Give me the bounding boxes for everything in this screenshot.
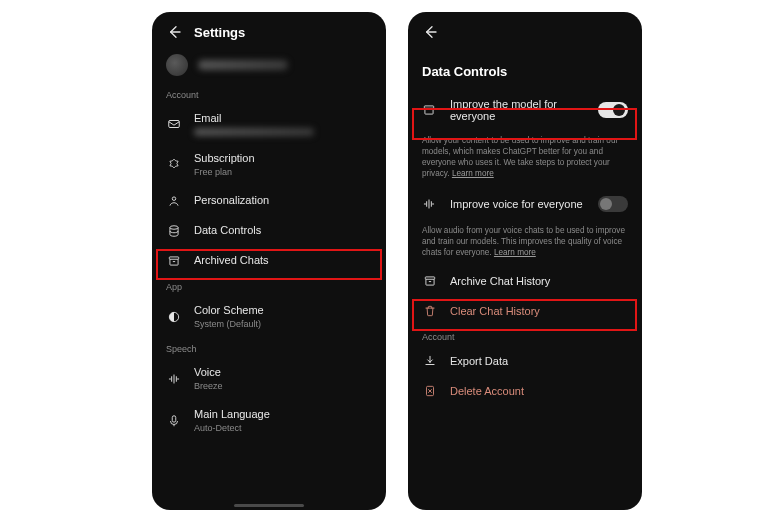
row-label: Export Data <box>450 355 628 369</box>
row-improve-model[interactable]: Improve the model for everyone <box>408 89 642 131</box>
archive-icon <box>422 274 438 288</box>
row-label: Voice <box>194 366 372 380</box>
row-label: Archived Chats <box>194 254 372 268</box>
svg-rect-5 <box>172 416 176 422</box>
mic-icon <box>166 414 182 428</box>
personalization-icon <box>166 194 182 208</box>
row-sublabel: System (Default) <box>194 319 372 330</box>
archive-icon <box>166 254 182 268</box>
row-label: Clear Chat History <box>450 305 628 319</box>
page-title: Data Controls <box>408 50 642 89</box>
svg-rect-6 <box>424 106 433 108</box>
svg-rect-3 <box>169 257 178 259</box>
row-email[interactable]: Email <box>152 104 386 144</box>
email-redacted <box>194 128 314 136</box>
improve-voice-toggle[interactable] <box>598 196 628 212</box>
row-archived-chats[interactable]: Archived Chats <box>152 246 386 276</box>
svg-rect-7 <box>425 277 434 279</box>
delete-account-icon <box>422 384 438 398</box>
mail-icon <box>166 117 182 131</box>
row-export-data[interactable]: Export Data <box>408 346 642 376</box>
topbar <box>408 12 642 50</box>
row-label: Subscription <box>194 152 372 166</box>
svg-point-2 <box>170 226 178 230</box>
section-label-app: App <box>152 276 386 296</box>
badge-icon <box>166 158 182 172</box>
sound-wave-icon <box>166 372 182 386</box>
row-label: Email <box>194 112 372 126</box>
row-label: Color Scheme <box>194 304 372 318</box>
theme-icon <box>166 310 182 324</box>
row-subscription[interactable]: Subscription Free plan <box>152 144 386 186</box>
row-label: Main Language <box>194 408 372 422</box>
learn-more-link[interactable]: Learn more <box>452 169 494 178</box>
row-clear-history[interactable]: Clear Chat History <box>408 296 642 326</box>
improve-model-helper: Allow your content to be used to improve… <box>408 131 642 187</box>
section-label-account: Account <box>408 326 642 346</box>
topbar: Settings <box>152 12 386 50</box>
row-main-language[interactable]: Main Language Auto-Detect <box>152 400 386 442</box>
database-icon <box>422 103 438 117</box>
row-label: Personalization <box>194 194 372 208</box>
download-icon <box>422 354 438 368</box>
row-voice[interactable]: Voice Breeze <box>152 358 386 400</box>
settings-screen: Settings Account Email Subscription Free… <box>152 12 386 510</box>
svg-point-1 <box>172 197 176 201</box>
row-improve-voice[interactable]: Improve voice for everyone <box>408 187 642 221</box>
row-color-scheme[interactable]: Color Scheme System (Default) <box>152 296 386 338</box>
learn-more-link[interactable]: Learn more <box>494 248 536 257</box>
row-sublabel: Breeze <box>194 381 372 392</box>
row-data-controls[interactable]: Data Controls <box>152 216 386 246</box>
svg-rect-0 <box>169 120 180 127</box>
improve-model-toggle[interactable] <box>598 102 628 118</box>
profile-name-redacted <box>198 60 288 70</box>
sound-wave-icon <box>422 197 438 211</box>
page-title: Settings <box>194 25 245 40</box>
row-archive-history[interactable]: Archive Chat History <box>408 266 642 296</box>
section-label-speech: Speech <box>152 338 386 358</box>
row-delete-account[interactable]: Delete Account <box>408 376 642 406</box>
database-icon <box>166 224 182 238</box>
row-personalization[interactable]: Personalization <box>152 186 386 216</box>
home-indicator <box>234 504 304 507</box>
toggle-label: Improve the model for everyone <box>450 98 586 122</box>
row-label: Delete Account <box>450 385 628 399</box>
toggle-label: Improve voice for everyone <box>450 198 586 210</box>
back-arrow-icon[interactable] <box>422 24 438 40</box>
row-label: Archive Chat History <box>450 275 628 289</box>
back-arrow-icon[interactable] <box>166 24 182 40</box>
trash-icon <box>422 304 438 318</box>
section-label-account: Account <box>152 84 386 104</box>
row-sublabel: Free plan <box>194 167 372 178</box>
row-sublabel: Auto-Detect <box>194 423 372 434</box>
profile-row[interactable] <box>152 50 386 84</box>
row-label: Data Controls <box>194 224 372 238</box>
data-controls-screen: Data Controls Improve the model for ever… <box>408 12 642 510</box>
avatar <box>166 54 188 76</box>
improve-voice-helper: Allow audio from your voice chats to be … <box>408 221 642 266</box>
